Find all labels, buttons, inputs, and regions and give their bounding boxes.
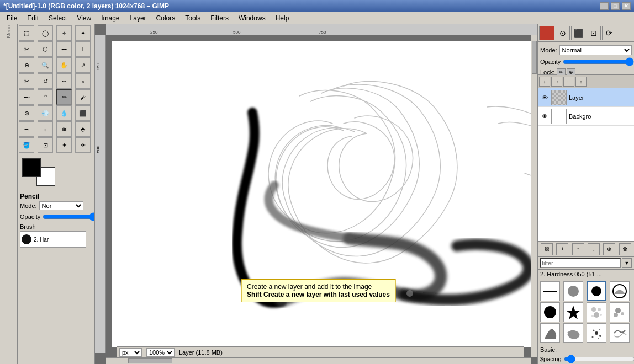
layers-expand-btn[interactable]: ↑ [575,77,587,87]
icon-btn-3[interactable]: ⊡ [587,26,601,40]
duplicate-layer-btn[interactable]: ⊕ [603,243,615,255]
tool-free-select[interactable]: ⌖ [56,25,72,41]
layers-mode-btn[interactable]: ↓ [539,77,550,87]
delete-layer-btn[interactable]: 🗑 [619,243,631,255]
tool-ellipse-select[interactable]: ◯ [38,25,53,41]
tool-rect-select[interactable]: ⬚ [19,25,34,41]
tool-scissors[interactable]: ✂ [19,41,34,57]
menu-file[interactable]: File [2,13,22,23]
brush-cell-0[interactable] [540,281,560,301]
brush-cell-11[interactable] [610,323,630,343]
foreground-indicator[interactable] [539,26,554,40]
drawing-canvas[interactable] [112,41,531,347]
tool-flip[interactable]: ⌃ [38,89,53,105]
layer-opacity-slider[interactable] [563,57,634,66]
canvas-scroll[interactable]: Create a new layer and add it to the ima… [106,35,531,357]
layer-visibility-1[interactable]: 👁 [540,112,549,121]
menu-help[interactable]: Help [271,13,294,23]
brush-cell-9[interactable] [563,323,583,343]
spacing-slider[interactable] [564,355,634,363]
lower-layer-btn[interactable]: ↓ [588,243,600,255]
horizontal-scrollbar[interactable] [106,357,531,364]
menu-edit[interactable]: Edit [23,13,43,23]
tool-zoom[interactable]: 🔍 [38,57,53,73]
opacity-slider[interactable] [43,212,95,221]
layer-item-0[interactable]: 👁 Layer [538,88,634,107]
raise-layer-btn[interactable]: ↑ [572,243,584,255]
svg-point-8 [598,308,601,311]
layer-item-1[interactable]: 👁 Backgro [538,107,634,126]
brush-cell-1[interactable] [563,281,583,301]
menu-filters[interactable]: Filters [206,13,233,23]
brush-cell-2[interactable] [587,281,606,301]
minimize-button[interactable]: _ [600,2,609,10]
tool-transform[interactable]: ✈ [75,137,91,153]
tool-crop[interactable]: ✂ [19,73,34,89]
tool-rotate[interactable]: ↺ [38,73,53,89]
tool-eraser[interactable]: ⊗ [19,105,34,121]
tool-align[interactable]: ↗ [75,57,91,73]
brush-preview[interactable]: 2. Har [20,231,86,248]
new-layer-btn[interactable]: + [556,243,568,255]
tool-heal[interactable]: ⊸ [19,121,34,137]
tool-airbrush[interactable]: 💨 [38,105,53,121]
tool-fill[interactable]: 🪣 [19,137,34,153]
tool-paths[interactable]: ⊷ [56,41,72,57]
tool-fg-select[interactable]: ⬡ [38,41,53,57]
foreground-color[interactable] [22,158,41,177]
icon-btn-1[interactable]: ⊙ [556,26,570,40]
close-button[interactable]: ✕ [622,2,631,10]
unit-select[interactable]: px mm in [119,348,142,357]
tool-perspective[interactable]: ⊷ [19,89,34,105]
menu-tools[interactable]: Tools [181,13,205,23]
brush-cell-3[interactable] [610,281,630,301]
icon-btn-4[interactable]: ⟳ [602,26,616,40]
brush-cell-7[interactable] [610,302,630,322]
brush-cell-6[interactable] [587,302,606,322]
mode-label: Mode: [20,202,37,209]
tool-gradient[interactable]: ⊡ [38,137,53,153]
v-scroll-handle[interactable] [532,41,537,74]
layers-opacity-btn[interactable]: → [551,77,562,87]
h-scroll-handle[interactable] [128,358,172,363]
brush-cell-8[interactable] [540,323,560,343]
main-layout: Menu ⬚ ◯ ⌖ ✦ ✂ ⬡ ⊷ T ⊕ 🔍 ✋ ↗ ✂ ↺ ↔ ⬦ ⊷ ⌃ [0,24,634,364]
menu-image[interactable]: Image [97,13,124,23]
mode-select[interactable]: Nor Dissolve Multiply [39,201,83,210]
layers-lock-btn[interactable]: ← [563,77,574,87]
icon-btn-2[interactable]: ⬛ [571,26,585,40]
tool-text[interactable]: T [75,41,91,57]
tool-smudge[interactable]: ≋ [56,121,72,137]
tool-color-picker[interactable]: ⊕ [19,57,34,73]
tool-move[interactable]: ✋ [56,57,72,73]
tool-paintbrush[interactable]: 🖌 [75,89,91,105]
tool-scale[interactable]: ↔ [56,73,72,89]
menu-colors[interactable]: Colors [152,13,180,23]
tool-convolve[interactable]: ⬘ [75,121,91,137]
tool-clone[interactable]: ⬛ [75,105,91,121]
menu-layer[interactable]: Layer [125,13,151,23]
brush-cell-4[interactable] [540,302,560,322]
menu-windows[interactable]: Windows [234,13,270,23]
layer-name-0: Layer [569,94,632,101]
blend-mode-select[interactable]: Normal Multiply Screen [559,45,632,55]
brush-cell-10[interactable] [587,323,606,343]
svg-point-0 [406,290,413,297]
tool-dodge[interactable]: ⬨ [38,121,53,137]
layer-visibility-0[interactable]: 👁 [540,93,549,102]
tool-shear[interactable]: ⬦ [75,73,91,89]
vertical-scrollbar[interactable] [531,35,537,357]
brush-cell-5[interactable] [563,302,583,322]
zoom-select[interactable]: 100% 50% 200% [146,348,175,357]
color-boxes [22,158,55,186]
menu-view[interactable]: View [72,13,96,23]
tool-pencil[interactable]: ✏ [56,89,72,105]
menu-select[interactable]: Select [44,13,71,23]
maximize-button[interactable]: □ [611,2,620,10]
brush-filter-input[interactable] [540,258,621,268]
brush-filter-btn[interactable]: ▼ [622,258,632,268]
tool-measure[interactable]: ✦ [56,137,72,153]
tool-ink[interactable]: 💧 [56,105,72,121]
tool-fuzzy-select[interactable]: ✦ [75,25,91,41]
layer-chain-btn[interactable]: ⛓ [541,243,553,255]
